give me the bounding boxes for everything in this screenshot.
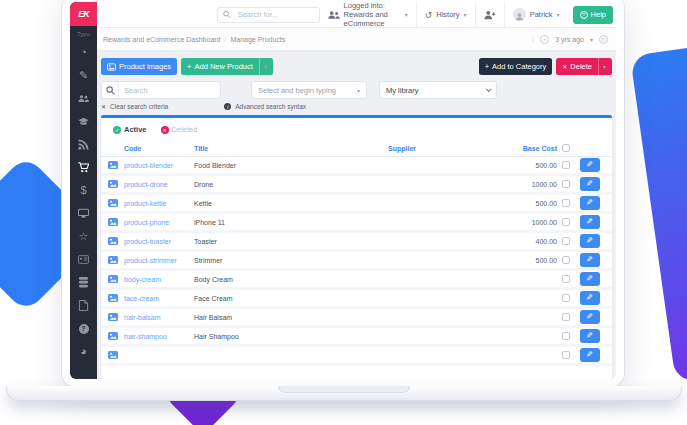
top-navbar: Logged into: Rewards and eCommerce ▾ ↺ H… [97, 2, 616, 28]
row-checkbox[interactable] [562, 313, 570, 321]
clear-search-link[interactable]: Clear search criteria [110, 103, 168, 110]
table-row: body-cream Body Cream ✎ [101, 271, 612, 290]
photo-card-icon [78, 254, 89, 265]
tab-deleted[interactable]: ✕ Deleted [161, 125, 198, 134]
sidebar-item-reports[interactable]: ◕ [70, 340, 97, 363]
row-checkbox[interactable] [562, 161, 570, 169]
product-image-icon[interactable] [108, 351, 124, 360]
product-code-link[interactable]: product-kettle [124, 200, 194, 207]
chevron-down-icon: ▾ [590, 36, 593, 43]
edit-button[interactable]: ✎ [580, 158, 600, 172]
app-logo[interactable]: EK [70, 2, 97, 26]
product-image-icon[interactable] [108, 332, 124, 341]
plus-icon: + [187, 62, 191, 71]
product-image-icon[interactable] [108, 199, 124, 208]
product-search[interactable] [101, 81, 221, 99]
sidebar-item-media[interactable] [70, 248, 97, 271]
product-code-link[interactable]: face-cream [124, 295, 194, 302]
advanced-syntax-link[interactable]: Advanced search syntax [235, 103, 306, 110]
global-search[interactable] [217, 7, 320, 23]
product-code-link[interactable]: product-drone [124, 181, 194, 188]
tab-active[interactable]: ✓ Active [113, 125, 147, 134]
add-new-product-button[interactable]: + Add New Product ▾ [181, 58, 273, 75]
header-base-cost[interactable]: Base Cost [503, 145, 557, 152]
product-code-link[interactable]: product-strimmer [124, 257, 194, 264]
edit-button[interactable]: ✎ [580, 177, 600, 191]
product-code-link[interactable]: product-toaster [124, 238, 194, 245]
product-code-link[interactable]: hair-shampoo [124, 333, 194, 340]
sidebar-item-help[interactable]: ? [70, 317, 97, 340]
add-to-category-button[interactable]: + Add to Category [479, 58, 553, 75]
product-image-icon[interactable] [108, 180, 124, 189]
sidebar-item-education[interactable] [70, 110, 97, 133]
logged-into-menu[interactable]: Logged into: Rewards and eCommerce ▾ [320, 2, 416, 27]
breadcrumb-parent[interactable]: Rewards and eCommerce Dashboard [103, 36, 221, 43]
header-code[interactable]: Code [124, 145, 194, 152]
sidebar-item-dashboard[interactable]: ◔ [70, 41, 97, 64]
row-checkbox[interactable] [562, 218, 570, 226]
product-code-link[interactable]: product-phone [124, 219, 194, 226]
page: EK Typ» ◔ ✎ $ ☆ ? ◕ [0, 0, 687, 425]
row-checkbox[interactable] [562, 351, 570, 359]
user-menu[interactable]: Patrick ▾ [504, 2, 568, 27]
row-checkbox[interactable] [562, 180, 570, 188]
product-image-icon[interactable] [108, 294, 124, 303]
global-search-input[interactable] [236, 9, 314, 20]
edit-button[interactable]: ✎ [580, 272, 600, 286]
expand-arrows-icon: » [87, 31, 90, 37]
history-menu[interactable]: ↺ History ▾ [416, 2, 475, 27]
row-checkbox[interactable] [562, 275, 570, 283]
select-all-checkbox[interactable] [562, 144, 570, 152]
sidebar-item-favorites[interactable]: ☆ [70, 225, 97, 248]
sidebar-item-documents[interactable] [70, 294, 97, 317]
product-image-icon[interactable] [108, 313, 124, 322]
row-checkbox[interactable] [562, 294, 570, 302]
product-images-button[interactable]: Product images [101, 58, 177, 75]
sidebar-item-broadcast[interactable] [70, 133, 97, 156]
edit-button[interactable]: ✎ [580, 196, 600, 210]
pencil-icon: ✎ [586, 237, 593, 245]
sidebar-item-payments[interactable]: $ [70, 179, 97, 202]
help-button[interactable]: ? Help [573, 6, 613, 24]
type-select[interactable]: Select and begin typing ▾ [251, 81, 367, 99]
chevron-down-icon: ▾ [557, 11, 560, 18]
add-circle-icon[interactable]: + [540, 35, 549, 44]
sidebar-item-compose[interactable]: ✎ [70, 64, 97, 87]
product-code-link[interactable]: body-cream [124, 276, 194, 283]
add-user-button[interactable] [475, 2, 504, 27]
edit-button[interactable]: ✎ [580, 291, 600, 305]
refresh-circle-icon[interactable]: ↻ [599, 35, 608, 44]
status-tabs: ✓ Active ✕ Deleted [101, 118, 612, 140]
sidebar-item-users[interactable] [70, 87, 97, 110]
sidebar-item-database[interactable] [70, 271, 97, 294]
sidebar-item-ecommerce[interactable] [70, 156, 97, 179]
edit-button[interactable]: ✎ [580, 310, 600, 324]
product-image-icon[interactable] [108, 161, 124, 170]
header-title[interactable]: Title [194, 145, 388, 152]
edit-button[interactable]: ✎ [580, 234, 600, 248]
edit-button[interactable]: ✎ [580, 215, 600, 229]
edit-button[interactable]: ✎ [580, 348, 600, 362]
chevron-down-icon: ▾ [464, 11, 467, 18]
edit-button[interactable]: ✎ [580, 253, 600, 267]
dropdown-caret-icon[interactable]: ▾ [259, 58, 267, 75]
row-checkbox[interactable] [562, 332, 570, 340]
time-ago-label[interactable]: 3 yrs ago [555, 36, 584, 43]
delete-button[interactable]: ✕ Delete ▾ [556, 58, 612, 75]
dropdown-caret-icon[interactable]: ▾ [598, 58, 606, 75]
product-search-input[interactable] [119, 86, 220, 95]
header-supplier[interactable]: Supplier [388, 145, 503, 152]
row-checkbox[interactable] [562, 256, 570, 264]
product-image-icon[interactable] [108, 275, 124, 284]
product-code-link[interactable]: hair-balsam [124, 314, 194, 321]
product-image-icon[interactable] [108, 218, 124, 227]
edit-button[interactable]: ✎ [580, 329, 600, 343]
row-checkbox[interactable] [562, 237, 570, 245]
library-select[interactable]: My library [379, 81, 497, 99]
sidebar-item-display[interactable] [70, 202, 97, 225]
row-checkbox[interactable] [562, 199, 570, 207]
users-group-icon [328, 10, 340, 20]
product-image-icon[interactable] [108, 237, 124, 246]
product-code-link[interactable]: product-blender [124, 162, 194, 169]
product-image-icon[interactable] [108, 256, 124, 265]
